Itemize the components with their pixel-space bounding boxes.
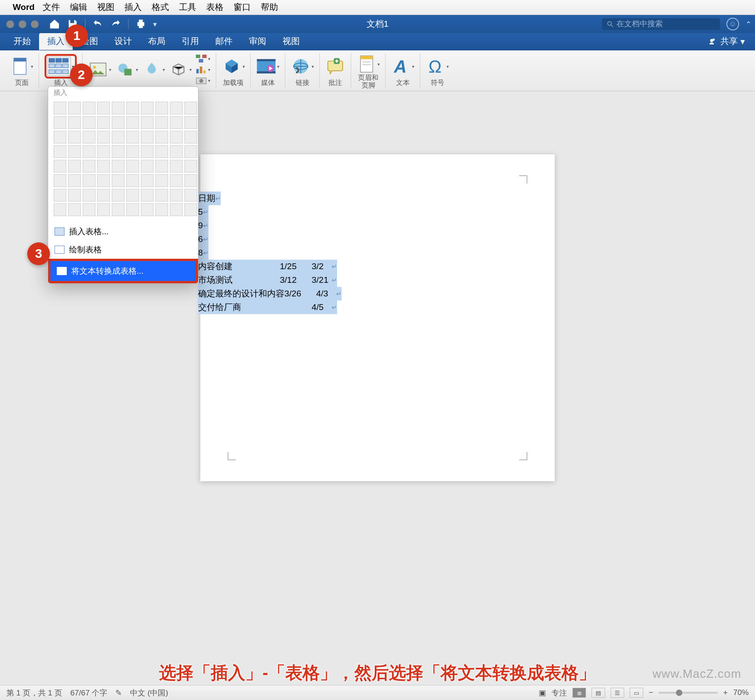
grid-cell[interactable]: [97, 203, 110, 216]
grid-cell[interactable]: [97, 189, 110, 202]
icons-button[interactable]: [142, 59, 165, 79]
draw-table-item[interactable]: 绘制表格: [48, 241, 198, 259]
spellcheck-icon[interactable]: ✎: [115, 688, 122, 698]
grid-cell[interactable]: [112, 145, 124, 158]
grid-cell[interactable]: [83, 203, 95, 216]
home-icon[interactable]: [49, 18, 60, 30]
grid-cell[interactable]: [126, 160, 139, 173]
redo-icon[interactable]: [110, 18, 122, 30]
grid-cell[interactable]: [184, 102, 197, 114]
convert-text-to-table-item[interactable]: 将文本转换成表格...: [50, 261, 196, 281]
grid-cell[interactable]: [141, 189, 154, 202]
grid-cell[interactable]: [112, 102, 124, 114]
comment-button[interactable]: [325, 56, 345, 76]
grid-cell[interactable]: [112, 189, 124, 202]
tab-layout[interactable]: 布局: [140, 33, 174, 50]
grid-cell[interactable]: [97, 131, 110, 143]
3d-button[interactable]: [169, 59, 192, 79]
grid-cell[interactable]: [112, 174, 124, 187]
grid-cell[interactable]: [68, 203, 81, 216]
media-button[interactable]: [256, 56, 279, 76]
grid-cell[interactable]: [68, 102, 81, 114]
addins-button[interactable]: [222, 56, 245, 76]
grid-cell[interactable]: [68, 145, 81, 158]
search-box[interactable]: [602, 18, 720, 30]
grid-cell[interactable]: [112, 131, 124, 143]
grid-cell[interactable]: [97, 160, 110, 173]
menu-window[interactable]: 窗口: [233, 1, 251, 13]
grid-cell[interactable]: [184, 131, 197, 143]
view-draft-button[interactable]: ▭: [630, 688, 643, 698]
grid-cell[interactable]: [155, 160, 168, 173]
grid-cell[interactable]: [141, 145, 154, 158]
view-outline-button[interactable]: ☰: [611, 688, 624, 698]
grid-cell[interactable]: [155, 145, 168, 158]
menu-view[interactable]: 视图: [97, 1, 114, 13]
grid-cell[interactable]: [155, 102, 168, 114]
grid-cell[interactable]: [184, 145, 197, 158]
grid-cell[interactable]: [141, 116, 154, 129]
tab-design[interactable]: 设计: [106, 33, 140, 50]
header-footer-button[interactable]: [357, 54, 380, 74]
grid-cell[interactable]: [184, 174, 197, 187]
print-icon[interactable]: [135, 18, 147, 30]
screenshot-button[interactable]: [195, 76, 210, 85]
grid-cell[interactable]: [126, 145, 139, 158]
grid-cell[interactable]: [126, 102, 139, 114]
tab-references[interactable]: 引用: [174, 33, 207, 50]
status-focus[interactable]: 专注: [551, 688, 567, 698]
grid-cell[interactable]: [141, 174, 154, 187]
grid-cell[interactable]: [54, 102, 66, 114]
smartart-button[interactable]: [195, 54, 210, 63]
grid-cell[interactable]: [170, 174, 183, 187]
zoom-out-button[interactable]: −: [649, 688, 653, 697]
menu-edit[interactable]: 编辑: [70, 1, 87, 13]
grid-cell[interactable]: [54, 174, 66, 187]
grid-cell[interactable]: [170, 145, 183, 158]
link-button[interactable]: [291, 56, 314, 76]
grid-cell[interactable]: [184, 203, 197, 216]
zoom-level[interactable]: 70%: [733, 688, 749, 697]
grid-cell[interactable]: [54, 160, 66, 173]
view-web-button[interactable]: ▤: [591, 688, 605, 698]
grid-cell[interactable]: [184, 160, 197, 173]
grid-cell[interactable]: [155, 116, 168, 129]
menu-format[interactable]: 格式: [152, 1, 169, 13]
grid-cell[interactable]: [141, 160, 154, 173]
table-size-grid[interactable]: [48, 98, 198, 222]
grid-cell[interactable]: [126, 131, 139, 143]
grid-cell[interactable]: [170, 189, 183, 202]
grid-cell[interactable]: [155, 189, 168, 202]
page-button[interactable]: [10, 56, 33, 76]
text-button[interactable]: A: [391, 56, 414, 76]
grid-cell[interactable]: [170, 116, 183, 129]
grid-cell[interactable]: [83, 102, 95, 114]
menu-tools[interactable]: 工具: [179, 1, 196, 13]
grid-cell[interactable]: [83, 145, 95, 158]
grid-cell[interactable]: [68, 160, 81, 173]
shapes-button[interactable]: [115, 59, 138, 79]
symbol-button[interactable]: Ω: [426, 56, 449, 76]
grid-cell[interactable]: [83, 160, 95, 173]
grid-cell[interactable]: [170, 203, 183, 216]
share-button[interactable]: 共享 ▾: [704, 33, 750, 50]
grid-cell[interactable]: [184, 116, 197, 129]
grid-cell[interactable]: [68, 116, 81, 129]
undo-icon[interactable]: [92, 18, 104, 30]
grid-cell[interactable]: [126, 203, 139, 216]
focus-icon[interactable]: ▣: [539, 688, 546, 698]
grid-cell[interactable]: [83, 131, 95, 143]
tab-review[interactable]: 审阅: [241, 33, 274, 50]
traffic-lights[interactable]: [0, 20, 45, 28]
zoom-slider[interactable]: [659, 692, 718, 694]
collapse-icon[interactable]: ⌃: [745, 20, 751, 29]
menu-help[interactable]: 帮助: [261, 1, 278, 13]
selected-text[interactable]: 日期↵5↵9↵6↵8↵内容创建1/253/2↵市场测试3/123/21↵确定最终…: [198, 192, 342, 314]
grid-cell[interactable]: [155, 203, 168, 216]
app-name[interactable]: Word: [13, 2, 35, 12]
tab-mailings[interactable]: 邮件: [207, 33, 241, 50]
insert-table-item[interactable]: 插入表格...: [48, 222, 198, 241]
grid-cell[interactable]: [155, 174, 168, 187]
grid-cell[interactable]: [68, 189, 81, 202]
grid-cell[interactable]: [141, 102, 154, 114]
